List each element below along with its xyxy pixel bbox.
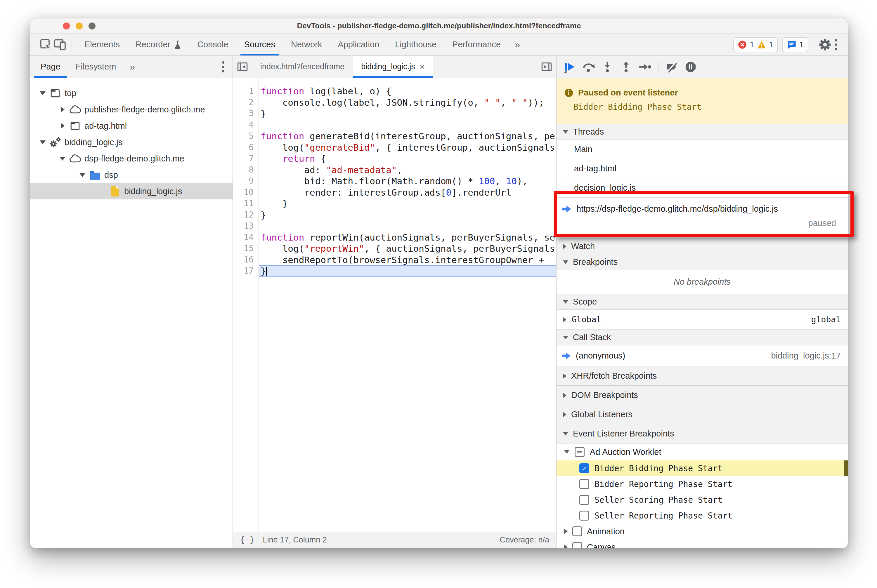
cursor-position: Line 17, Column 2: [263, 536, 327, 544]
chevron-right-icon[interactable]: [58, 106, 67, 112]
chevron-right-icon[interactable]: [58, 123, 67, 129]
tree-item-dsp-fledge-demo-glitch-me[interactable]: dsp-fledge-demo.glitch.me: [30, 150, 233, 167]
elb-children: ✓Bidder Bidding Phase StartBidder Report…: [557, 460, 848, 524]
step-button[interactable]: [636, 58, 653, 75]
settings-button[interactable]: [818, 38, 832, 52]
code-editor[interactable]: 1234567891011121314151617 function log(l…: [233, 78, 556, 532]
flask-icon: [174, 40, 181, 50]
tree-item-bidding-logic-js[interactable]: bidding_logic.js: [30, 183, 233, 200]
tree-item-dsp[interactable]: dsp: [30, 167, 233, 183]
chevron-right-icon: [563, 317, 566, 322]
elb-item-seller-scoring-phase-start[interactable]: Seller Scoring Phase Start: [557, 492, 848, 508]
hide-navigator-button[interactable]: [233, 56, 252, 78]
close-tab-icon[interactable]: ×: [420, 62, 425, 72]
minimize-window-button[interactable]: [76, 22, 83, 30]
unchecked-checkbox[interactable]: [579, 511, 589, 520]
section-label: Scope: [573, 297, 597, 306]
errors-warnings-badge[interactable]: 1 1: [733, 37, 778, 52]
tree-item-ad-tag-html[interactable]: ad-tag.html: [30, 118, 233, 134]
line-number: 15: [233, 243, 258, 254]
unchecked-checkbox[interactable]: [579, 495, 589, 505]
line-number: 14: [233, 232, 258, 243]
unchecked-checkbox[interactable]: [579, 479, 589, 489]
elb-category-canvas[interactable]: Canvas: [557, 539, 848, 548]
thread-row-main[interactable]: Main: [557, 140, 848, 159]
more-tabs-button[interactable]: »: [508, 39, 526, 50]
issues-badge[interactable]: 1: [782, 37, 808, 52]
step-out-icon: [620, 60, 632, 73]
pretty-print-icon[interactable]: { }: [240, 535, 255, 545]
deactivate-breakpoints-button[interactable]: [664, 58, 680, 75]
section-header-global-listeners[interactable]: Global Listeners: [557, 405, 848, 424]
checked-checkbox[interactable]: ✓: [579, 464, 589, 473]
chevron-down-icon[interactable]: [78, 173, 87, 177]
tree-item-publisher-fledge-demo-glitch-me[interactable]: publisher-fledge-demo.glitch.me: [30, 101, 233, 118]
more-navigator-tabs-button[interactable]: »: [123, 61, 141, 72]
tree-item-bidding-logic-js[interactable]: bidding_logic.js: [30, 134, 233, 150]
no-breakpoints-message: No breakpoints: [557, 270, 848, 294]
navigator-menu-button[interactable]: [219, 61, 227, 72]
editor-tab-index[interactable]: index.html?fencedframe: [252, 56, 353, 78]
cloud-icon: [69, 105, 81, 114]
main-toolbar: ElementsRecorderConsoleSourcesNetworkApp…: [30, 34, 848, 56]
step-over-button[interactable]: [581, 58, 597, 75]
ad-auction-worklet-checkbox[interactable]: [575, 447, 585, 457]
section-header-scope[interactable]: Scope: [557, 294, 848, 310]
elb-item-bidder-bidding-phase-start[interactable]: ✓Bidder Bidding Phase Start: [557, 460, 848, 476]
panel-tabs: ElementsRecorderConsoleSourcesNetworkApp…: [77, 34, 508, 56]
chevron-down-icon[interactable]: [38, 140, 47, 144]
tab-page[interactable]: Page: [33, 56, 68, 78]
step-into-button[interactable]: [599, 58, 615, 75]
zoom-window-button[interactable]: [89, 22, 96, 30]
canvas-checkbox[interactable]: [572, 542, 582, 548]
tab-application[interactable]: Application: [330, 34, 387, 56]
show-debugger-button[interactable]: [537, 56, 556, 78]
thread-row-decision-logic[interactable]: decision_logic.js: [557, 178, 848, 198]
resume-button[interactable]: [562, 58, 578, 75]
section-header-event-listener-breakpoints[interactable]: Event Listener Breakpoints: [557, 424, 848, 444]
frame-icon: [49, 88, 62, 99]
chevron-right-icon: [563, 393, 566, 398]
animation-checkbox[interactable]: [572, 526, 582, 536]
section-header-threads[interactable]: Threads: [557, 124, 848, 140]
tab-network[interactable]: Network: [283, 34, 330, 56]
tab-lighthouse[interactable]: Lighthouse: [387, 34, 444, 56]
tab-filesystem[interactable]: Filesystem: [68, 56, 124, 78]
close-window-button[interactable]: [63, 22, 70, 30]
section-label: XHR/fetch Breakpoints: [571, 371, 657, 381]
device-toolbar-button[interactable]: [53, 38, 67, 52]
elb-category-animation[interactable]: Animation: [557, 524, 848, 539]
tab-label: Recorder: [135, 40, 170, 50]
thread-row-ad-tag[interactable]: ad-tag.html: [557, 159, 848, 178]
thread-row-bidding-logic-paused[interactable]: https://dsp-fledge-demo.glitch.me/dsp/bi…: [557, 198, 848, 238]
code-line-8: ad: "ad-metadata",: [259, 164, 556, 176]
elb-item-seller-reporting-phase-start[interactable]: Seller Reporting Phase Start: [557, 508, 848, 524]
inspect-element-button[interactable]: [39, 38, 53, 52]
tree-item-top[interactable]: top: [30, 85, 233, 101]
section-header-dom-breakpoints[interactable]: DOM Breakpoints: [557, 386, 848, 405]
section-header-call-stack[interactable]: Call Stack: [557, 330, 848, 345]
tab-performance[interactable]: Performance: [444, 34, 508, 56]
tab-elements[interactable]: Elements: [77, 34, 128, 56]
elb-group-ad-auction-worklet[interactable]: Ad Auction Worklet: [557, 444, 848, 460]
chevron-down-icon[interactable]: [58, 157, 67, 160]
section-label: Event Listener Breakpoints: [573, 429, 674, 438]
line-number: 12: [233, 209, 258, 221]
chevron-down-icon[interactable]: [38, 92, 47, 95]
warning-count: 1: [769, 40, 773, 50]
tab-console[interactable]: Console: [189, 34, 236, 56]
file-icon: [108, 185, 121, 197]
section-header-breakpoints[interactable]: Breakpoints: [557, 254, 848, 270]
elb-item-bidder-reporting-phase-start[interactable]: Bidder Reporting Phase Start: [557, 476, 848, 492]
section-header-xhr-breakpoints[interactable]: XHR/fetch Breakpoints: [557, 366, 848, 386]
section-header-watch[interactable]: Watch: [557, 238, 848, 254]
tab-sources[interactable]: Sources: [236, 34, 283, 56]
step-out-button[interactable]: [618, 58, 634, 75]
editor-tab-bidding-logic[interactable]: bidding_logic.js ×: [353, 56, 433, 78]
call-stack-frame-anonymous[interactable]: (anonymous) bidding_logic.js:17: [557, 345, 848, 366]
tab-recorder[interactable]: Recorder: [128, 34, 189, 56]
devtools-menu-button[interactable]: [832, 39, 840, 50]
scope-row-global[interactable]: Global global: [557, 310, 848, 330]
pause-on-exceptions-button[interactable]: [683, 58, 699, 75]
elb-item-label: Bidder Bidding Phase Start: [594, 464, 722, 473]
